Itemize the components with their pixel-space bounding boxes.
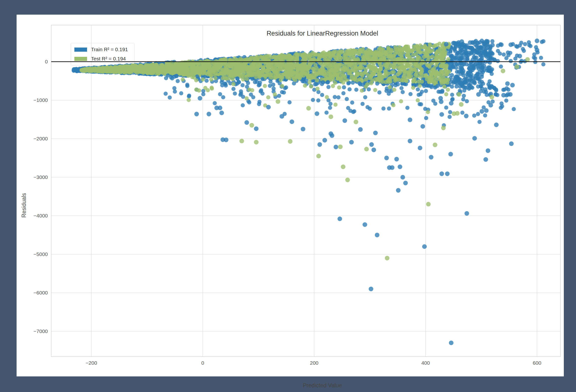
scatter-plot — [0, 0, 576, 392]
desktop-background: { "window": { "background": "#46566e", "… — [0, 0, 576, 392]
